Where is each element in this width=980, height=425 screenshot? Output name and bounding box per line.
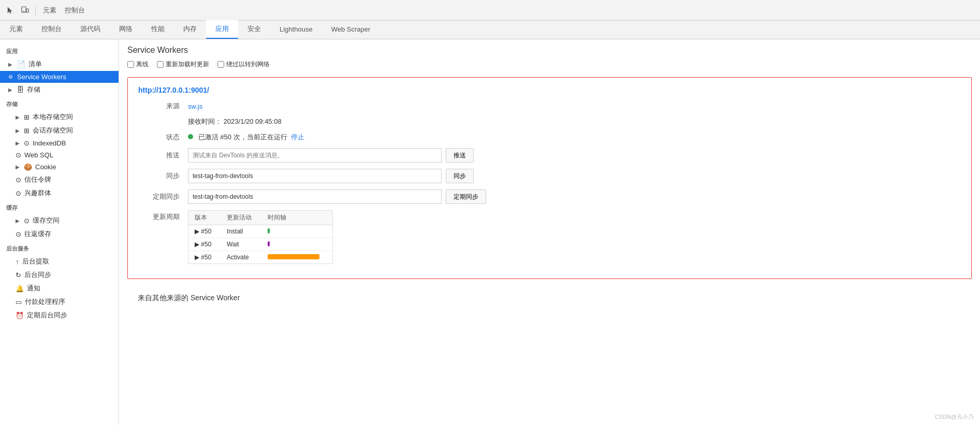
sync-button[interactable]: 同步 (446, 169, 474, 183)
device-icon[interactable] (19, 4, 31, 17)
sidebar-item-session-storage[interactable]: ▶ ⊞ 会话存储空间 (0, 124, 119, 137)
section-backend: 后台服务 (0, 241, 119, 255)
sidebar-item-notification[interactable]: 🔔 通知 (0, 282, 119, 295)
push-label: 推送 (138, 151, 180, 160)
sidebar-item-back-forward[interactable]: ⊙ 往返缓存 (0, 227, 119, 241)
interest-icon: ⊙ (16, 189, 21, 197)
sidebar-label-back-forward: 往返缓存 (24, 229, 51, 239)
expand-row3: ▶ #50 (195, 254, 211, 261)
push-input[interactable] (188, 148, 442, 163)
tab-console[interactable]: 控制台 (32, 20, 71, 39)
periodic-sync-label: 定期同步 (138, 192, 180, 201)
sidebar-item-service-workers[interactable]: ⚙ Service Workers (0, 71, 119, 83)
sidebar-item-manifest[interactable]: ▶ 📄 清单 (0, 57, 119, 71)
expand-arrow-manifest: ▶ (8, 62, 12, 67)
sw-entry: http://127.0.0.1:9001/ 来源 sw.js 接收时间： 20… (127, 77, 972, 279)
status-value: 已激活 #50 次，当前正在运行 停止 (188, 133, 304, 142)
sidebar-label-trust-token: 信任令牌 (24, 175, 51, 184)
expand-row1: ▶ #50 (195, 228, 211, 235)
section-storage: 存储 (0, 96, 119, 110)
col-version: 版本 (188, 211, 221, 225)
sidebar-item-cookie[interactable]: ▶ 🍪 Cookie (0, 161, 119, 173)
main-area: 应用 ▶ 📄 清单 ⚙ Service Workers ▶ 🗄 存储 存储 ▶ … (0, 39, 980, 425)
expand-arrow-local: ▶ (16, 114, 20, 120)
sidebar-label-storage: 存储 (27, 85, 40, 94)
notification-icon: 🔔 (16, 285, 24, 292)
checkbox-offline[interactable]: 离线 (127, 60, 149, 69)
trust-icon: ⊙ (16, 176, 21, 184)
tab-network[interactable]: 网络 (110, 20, 142, 39)
sidebar-item-trust-token[interactable]: ⊙ 信任令牌 (0, 173, 119, 186)
sidebar-label-cookie: Cookie (35, 163, 56, 171)
periodic-sync-button[interactable]: 定期同步 (446, 189, 486, 204)
tab-elements[interactable]: 元素 (0, 20, 32, 39)
stop-link[interactable]: 停止 (291, 133, 304, 141)
sw-url: http://127.0.0.1:9001/ (138, 86, 961, 94)
svg-rect-1 (26, 9, 28, 12)
table-row: ▶ #50 Activate (188, 251, 332, 264)
tab-performance[interactable]: 性能 (142, 20, 174, 39)
tab-security[interactable]: 安全 (238, 20, 270, 39)
status-row: 状态 已激活 #50 次，当前正在运行 停止 (138, 133, 961, 142)
bypass-checkbox[interactable] (217, 61, 224, 68)
sidebar-item-storage[interactable]: ▶ 🗄 存储 (0, 83, 119, 96)
sidebar-label-payment: 付款处理程序 (25, 297, 65, 306)
row2-version[interactable]: ▶ #50 (188, 238, 221, 251)
checkbox-bypass[interactable]: 绕过以转到网络 (217, 60, 270, 69)
sidebar-item-periodic-sync[interactable]: ⏰ 定期后台同步 (0, 309, 119, 322)
cursor-icon[interactable] (4, 4, 17, 17)
sidebar-label-indexeddb: IndexedDB (33, 139, 66, 147)
sidebar-item-local-storage[interactable]: ▶ ⊞ 本地存储空间 (0, 110, 119, 124)
other-sources-section: 来自其他来源的 Service Worker (127, 287, 972, 309)
sync-row: 同步 同步 (138, 169, 961, 183)
row3-version[interactable]: ▶ #50 (188, 251, 221, 264)
col-timeline: 时间轴 (261, 211, 332, 225)
update-period-label: 更新周期 (138, 210, 180, 222)
sync-input[interactable] (188, 169, 442, 183)
row2-activity: Wait (221, 238, 261, 251)
tab-sources[interactable]: 源代码 (71, 20, 110, 39)
offline-checkbox[interactable] (127, 61, 134, 68)
periodic-sync-row: 定期同步 定期同步 (138, 189, 961, 204)
sidebar-label-notification: 通知 (27, 284, 40, 293)
tab-memory[interactable]: 内存 (174, 20, 206, 39)
push-button[interactable]: 推送 (446, 148, 474, 163)
indexeddb-icon: ⊙ (24, 139, 30, 147)
sidebar-label-local-storage: 本地存储空间 (33, 112, 73, 122)
tab-application[interactable]: 应用 (206, 20, 238, 39)
sidebar-item-websql[interactable]: ⊙ Web SQL (0, 149, 119, 161)
expand-arrow-idb: ▶ (16, 140, 20, 146)
content-area: Service Workers 离线 重新加载时更新 绕过以转到网络 htt (119, 39, 980, 425)
sidebar-item-backend-sync[interactable]: ↻ 后台同步 (0, 268, 119, 282)
reload-checkbox[interactable] (157, 61, 164, 68)
tab-lighthouse[interactable]: Lighthouse (270, 20, 322, 39)
sidebar-item-cache-storage[interactable]: ▶ ⊙ 缓存空间 (0, 214, 119, 227)
col-activity: 更新活动 (221, 211, 261, 225)
table-row: ▶ #50 Wait (188, 238, 332, 251)
sidebar-item-interest-group[interactable]: ⊙ 兴趣群体 (0, 186, 119, 200)
checkbox-reload[interactable]: 重新加载时更新 (157, 60, 209, 69)
table-row: ▶ #50 Install (188, 225, 332, 238)
source-row: 来源 sw.js (138, 101, 961, 111)
sidebar-item-backend-fetch[interactable]: ↑ 后台提取 (0, 255, 119, 268)
storage-icon: 🗄 (17, 85, 24, 94)
row1-version[interactable]: ▶ #50 (188, 225, 221, 238)
row3-activity: Activate (221, 251, 261, 264)
sidebar-item-payment[interactable]: ▭ 付款处理程序 (0, 295, 119, 309)
sidebar-label-session-storage: 会话存储空间 (33, 126, 73, 135)
row2-timeline (261, 238, 332, 251)
expand-arrow-session: ▶ (16, 128, 20, 134)
expand-row2: ▶ #50 (195, 241, 211, 248)
sidebar-label-websql: Web SQL (24, 151, 53, 159)
sidebar-item-indexeddb[interactable]: ▶ ⊙ IndexedDB (0, 137, 119, 149)
receive-time-value: 接收时间： 2023/1/20 09:45:08 (188, 117, 282, 126)
periodic-sync-input[interactable] (188, 189, 442, 204)
tab-web-scraper[interactable]: Web Scraper (322, 20, 380, 39)
local-storage-icon: ⊞ (24, 113, 30, 121)
source-link[interactable]: sw.js (188, 102, 202, 110)
update-table: 版本 更新活动 时间轴 ▶ #50 Instal (188, 211, 332, 263)
sw-panel: Service Workers 离线 重新加载时更新 绕过以转到网络 htt (119, 39, 980, 315)
expand-arrow-cache: ▶ (16, 218, 20, 224)
section-cache: 缓存 (0, 200, 119, 214)
expand-arrow-storage: ▶ (8, 87, 12, 93)
